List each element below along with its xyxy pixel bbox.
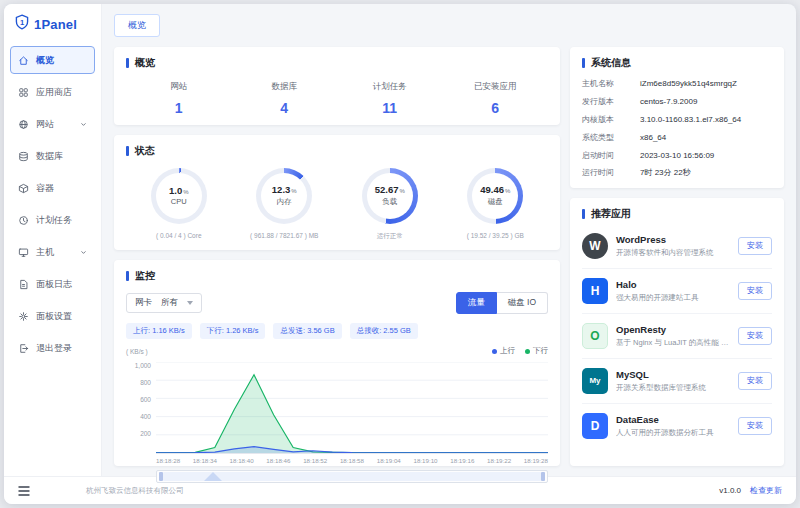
stat-label: 网站 bbox=[126, 81, 232, 93]
stat-value[interactable]: 4 bbox=[232, 100, 338, 116]
sidebar-item-panel-settings[interactable]: 面板设置 bbox=[10, 302, 95, 330]
sidebar-item-label: 应用商店 bbox=[36, 86, 72, 99]
app-row-dataease: D DataEase 人人可用的开源数据分析工具 安装 bbox=[582, 404, 772, 448]
y-tick-label: 800 bbox=[126, 379, 151, 386]
install-button[interactable]: 安装 bbox=[738, 372, 772, 390]
grid-icon bbox=[18, 87, 30, 98]
down-rate-badge: 下行: 1.26 KB/s bbox=[200, 323, 266, 339]
sidebar-item-label: 概览 bbox=[36, 54, 54, 67]
install-button[interactable]: 安装 bbox=[738, 282, 772, 300]
legend-down[interactable]: 下行 bbox=[525, 346, 548, 356]
stat-label: 计划任务 bbox=[337, 81, 443, 93]
sidebar-item-host[interactable]: 主机 bbox=[10, 238, 95, 266]
install-button[interactable]: 安装 bbox=[738, 327, 772, 345]
stat-databases: 数据库 4 bbox=[232, 81, 338, 116]
chevron-down-icon bbox=[187, 301, 193, 305]
stat-label: 数据库 bbox=[232, 81, 338, 93]
legend-dot bbox=[492, 349, 497, 354]
status-card: 状态 1.0% CPU ( 0.04 / 4 ) Core bbox=[114, 135, 560, 250]
load-gauge-ring: 52.67% 负载 bbox=[362, 168, 418, 224]
gauge-value: 49.46 bbox=[480, 184, 504, 195]
x-tick-label: 18:18:34 bbox=[193, 457, 217, 464]
y-tick-label: 400 bbox=[126, 413, 151, 420]
info-value: x86_64 bbox=[640, 133, 772, 143]
chevron-down-icon bbox=[80, 249, 87, 256]
app-name: OpenResty bbox=[616, 324, 730, 335]
check-update-link[interactable]: 检查更新 bbox=[750, 485, 782, 496]
sidebar-item-overview[interactable]: 概览 bbox=[10, 46, 95, 74]
app-name: WordPress bbox=[616, 234, 730, 245]
select-value: 所有 bbox=[161, 297, 178, 309]
info-row-uptime: 运行时间 7时 23分 22秒 bbox=[582, 168, 772, 178]
logout-icon bbox=[18, 343, 30, 354]
zoom-handle-right[interactable] bbox=[541, 472, 545, 481]
gauge-value: 52.67 bbox=[375, 184, 399, 195]
chart-x-axis: 18:18:2818:18:3418:18:4018:18:4618:18:52… bbox=[156, 457, 548, 464]
sidebar-item-database[interactable]: 数据库 bbox=[10, 142, 95, 170]
version-label: v1.0.0 bbox=[719, 486, 741, 495]
install-button[interactable]: 安装 bbox=[738, 417, 772, 435]
gauge-label: CPU bbox=[171, 197, 187, 206]
recommended-apps-card: 推荐应用 W WordPress 开源博客软件和内容管理系统 安装 bbox=[570, 198, 784, 466]
gauge-label: 内存 bbox=[277, 197, 292, 207]
svg-text:1: 1 bbox=[20, 18, 25, 27]
cpu-gauge-ring: 1.0% CPU bbox=[151, 168, 207, 224]
chart-legend: 上行 下行 bbox=[492, 346, 548, 356]
info-value: iZm6e8d59ykk51q4smrgqZ bbox=[640, 79, 772, 89]
x-tick-label: 18:18:40 bbox=[230, 457, 254, 464]
traffic-chart-zone: ( KB/s ) 上行 下行 1,000800600400200 bbox=[126, 346, 548, 483]
info-row-kernel: 内核版本 3.10.0-1160.83.1.el7.x86_64 bbox=[582, 115, 772, 125]
y-tick-label: 600 bbox=[126, 396, 151, 403]
app-desc: 基于 Nginx 与 LuaJIT 的高性能 Web 平台 bbox=[616, 338, 730, 348]
sidebar-item-cron[interactable]: 计划任务 bbox=[10, 206, 95, 234]
x-tick-label: 18:19:04 bbox=[377, 457, 401, 464]
gauge-subtext: ( 961.88 / 7821.67 ) MB bbox=[250, 232, 318, 239]
network-card-select[interactable]: 网卡 所有 bbox=[126, 293, 202, 313]
sidebar: 1 1Panel 概览 应用商店 网站 数据库 bbox=[4, 4, 102, 476]
disk-io-tab-button[interactable]: 磁盘 IO bbox=[497, 292, 548, 314]
app-row-halo: H Halo 强大易用的开源建站工具 安装 bbox=[582, 269, 772, 314]
sidebar-item-label: 数据库 bbox=[36, 150, 63, 163]
sidebar-item-label: 计划任务 bbox=[36, 214, 72, 227]
y-tick-label: 1,000 bbox=[126, 362, 151, 369]
app-name: MySQL bbox=[616, 369, 730, 380]
sidebar-collapse-icon[interactable] bbox=[18, 486, 30, 496]
stat-value[interactable]: 1 bbox=[126, 100, 232, 116]
info-label: 系统类型 bbox=[582, 133, 640, 143]
brand-logo[interactable]: 1 1Panel bbox=[4, 12, 101, 44]
cpu-gauge: 1.0% CPU ( 0.04 / 4 ) Core bbox=[126, 168, 232, 241]
x-tick-label: 18:19:22 bbox=[487, 457, 511, 464]
chevron-down-icon bbox=[80, 121, 87, 128]
tab-overview[interactable]: 概览 bbox=[114, 14, 160, 37]
gauge-unit: % bbox=[291, 188, 296, 194]
monitor-card-title: 监控 bbox=[126, 269, 548, 283]
recommended-apps-title: 推荐应用 bbox=[582, 207, 772, 221]
system-info-title: 系统信息 bbox=[582, 56, 772, 70]
clock-icon bbox=[18, 215, 30, 226]
dataease-icon: D bbox=[582, 413, 608, 439]
legend-up[interactable]: 上行 bbox=[492, 346, 515, 356]
gear-icon bbox=[18, 311, 30, 322]
file-text-icon bbox=[18, 279, 30, 290]
stat-value[interactable]: 11 bbox=[337, 100, 443, 116]
sidebar-item-label: 面板日志 bbox=[36, 278, 72, 291]
info-label: 发行版本 bbox=[582, 97, 640, 107]
sidebar-item-website[interactable]: 网站 bbox=[10, 110, 95, 138]
install-button[interactable]: 安装 bbox=[738, 237, 772, 255]
info-row-arch: 系统类型 x86_64 bbox=[582, 133, 772, 143]
sidebar-item-container[interactable]: 容器 bbox=[10, 174, 95, 202]
info-value: centos-7.9.2009 bbox=[640, 97, 772, 107]
chart-zoom-slider[interactable] bbox=[156, 470, 548, 483]
sidebar-item-app-store[interactable]: 应用商店 bbox=[10, 78, 95, 106]
total-received-badge: 总接收: 2.55 GB bbox=[350, 323, 418, 339]
info-row-distro: 发行版本 centos-7.9.2009 bbox=[582, 97, 772, 107]
memory-gauge-ring: 12.3% 内存 bbox=[256, 168, 312, 224]
zoom-handle-left[interactable] bbox=[159, 472, 163, 481]
memory-gauge: 12.3% 内存 ( 961.88 / 7821.67 ) MB bbox=[232, 168, 338, 241]
sidebar-item-panel-logs[interactable]: 面板日志 bbox=[10, 270, 95, 298]
stat-value[interactable]: 6 bbox=[443, 100, 549, 116]
gauge-label: 负载 bbox=[382, 197, 397, 207]
brand-shield-icon: 1 bbox=[14, 14, 30, 34]
sidebar-item-logout[interactable]: 退出登录 bbox=[10, 334, 95, 362]
traffic-tab-button[interactable]: 流量 bbox=[456, 292, 497, 314]
